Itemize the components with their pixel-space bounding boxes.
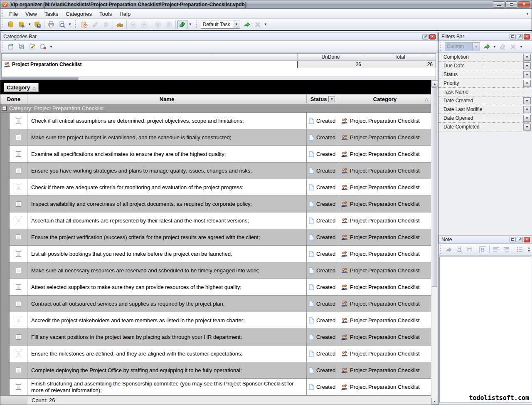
filter-row[interactable]: Date Opened ▼	[438, 114, 532, 123]
note-align-left-button[interactable]	[491, 245, 501, 254]
done-checkbox[interactable]	[16, 351, 21, 356]
status-cell[interactable]: Created	[307, 279, 339, 295]
note-pin-button[interactable]	[517, 237, 523, 242]
status-cell[interactable]: Created	[307, 312, 339, 328]
move-top-button[interactable]	[164, 20, 174, 29]
status-cell[interactable]: Created	[307, 329, 339, 345]
col-header-status[interactable]: Status ▼	[307, 94, 339, 104]
filter-dropdown-icon[interactable]: ▼	[523, 115, 531, 122]
category-cell[interactable]: Project Preparation Checklist	[339, 179, 431, 195]
done-cell[interactable]	[10, 179, 27, 195]
category-cell[interactable]: Project Preparation Checklist	[339, 279, 431, 295]
done-checkbox[interactable]	[16, 151, 21, 157]
done-cell[interactable]	[10, 163, 27, 179]
done-cell[interactable]	[10, 229, 27, 245]
filters-toolbar-grip[interactable]	[440, 42, 442, 51]
category-cell[interactable]: Project Preparation Checklist	[339, 379, 431, 395]
category-cell[interactable]: Project Preparation Checklist	[339, 329, 431, 345]
done-checkbox[interactable]	[16, 301, 21, 306]
status-filter-dropdown[interactable]: ▼	[328, 96, 335, 102]
done-checkbox[interactable]	[16, 284, 21, 290]
title-bar[interactable]: Vip organizer [M:\Vlad\Checklists\Projec…	[0, 0, 532, 9]
toolbar-grip-3[interactable]	[196, 20, 198, 28]
categories-toolbar-grip[interactable]	[2, 42, 4, 51]
name-cell[interactable]: Fill any vacant positions in the project…	[27, 329, 307, 345]
filter-row[interactable]: Date Created ▼	[438, 96, 532, 105]
new-subcategory-button[interactable]	[17, 42, 27, 51]
status-cell[interactable]: Created	[307, 163, 339, 179]
name-cell[interactable]: Finish structuring and assembling the Sp…	[27, 379, 307, 395]
done-checkbox[interactable]	[16, 168, 21, 173]
name-cell[interactable]: Contract out all outsourced services and…	[27, 296, 307, 312]
name-cell[interactable]: List all possible bookings that you need…	[27, 246, 307, 262]
filter-row[interactable]: Date Completed ▼	[438, 123, 532, 131]
filter-dropdown-icon[interactable]: ▼	[523, 97, 531, 104]
filter-preset-combo[interactable]: Custom ▼	[445, 42, 480, 51]
status-cell[interactable]: Created	[307, 296, 339, 312]
category-cell[interactable]: Project Preparation Checklist	[339, 163, 431, 179]
filter-row[interactable]: Date Last Modifie ▼	[438, 105, 532, 114]
name-cell[interactable]: Make sure the project budget is establis…	[27, 129, 307, 146]
category-cell[interactable]: Project Preparation Checklist	[339, 129, 431, 146]
done-cell[interactable]	[10, 279, 27, 295]
filter-dropdown-icon[interactable]: ▼	[523, 80, 531, 87]
apply-filter-dropdown-icon[interactable]: ▼	[492, 45, 497, 49]
filter-preset-dropdown-icon[interactable]: ▼	[473, 43, 480, 51]
done-checkbox[interactable]	[16, 235, 21, 240]
print-dropdown-icon[interactable]: ▼	[67, 22, 72, 26]
filter-row[interactable]: Due Date ▼	[438, 62, 532, 70]
done-checkbox[interactable]	[16, 384, 21, 390]
scroll-down-button[interactable]: ▼	[431, 398, 438, 405]
tree-col-total[interactable]: Total	[364, 54, 436, 60]
delete-task-button[interactable]	[101, 20, 111, 29]
filter-row[interactable]: Task Name ▼	[438, 88, 532, 96]
done-checkbox[interactable]	[16, 218, 21, 223]
filter-dropdown-icon[interactable]: ▼	[523, 62, 531, 69]
category-cell[interactable]: Project Preparation Checklist	[339, 146, 431, 162]
done-cell[interactable]	[10, 129, 27, 146]
category-cell[interactable]: Project Preparation Checklist	[339, 296, 431, 312]
name-cell[interactable]: Examine all specifications and estimates…	[27, 146, 307, 162]
new-database-button[interactable]	[6, 20, 16, 29]
category-cell[interactable]: Project Preparation Checklist	[339, 312, 431, 328]
done-cell[interactable]	[10, 346, 27, 362]
task-row[interactable]: List all possible bookings that you need…	[0, 246, 431, 262]
done-checkbox[interactable]	[16, 318, 21, 323]
name-cell[interactable]: Ensure the milestones are defined, and t…	[27, 346, 307, 362]
status-cell[interactable]: Created	[307, 179, 339, 195]
filter-dropdown-icon[interactable]: ▼	[523, 54, 531, 61]
category-cell[interactable]: Project Preparation Checklist	[339, 262, 431, 279]
task-row[interactable]: Finish structuring and assembling the Sp…	[0, 379, 431, 395]
status-cell[interactable]: Created	[307, 129, 339, 146]
done-cell[interactable]	[10, 329, 27, 345]
clear-task-type-button[interactable]	[253, 20, 263, 29]
task-row[interactable]: Make sure the project budget is establis…	[0, 129, 431, 146]
category-cell[interactable]: Project Preparation Checklist	[339, 229, 431, 245]
done-cell[interactable]	[10, 212, 27, 229]
task-row[interactable]: Accredit the project stakeholders and te…	[0, 312, 431, 329]
done-cell[interactable]	[10, 312, 27, 328]
status-cell[interactable]: Created	[307, 246, 339, 262]
task-row[interactable]: Ensure the milestones are defined, and t…	[0, 346, 431, 362]
find-button[interactable]	[115, 20, 125, 29]
filter-row[interactable]: Status ▼	[438, 70, 532, 79]
notes-dropdown-icon[interactable]: ▼	[188, 22, 193, 26]
status-cell[interactable]: Created	[307, 346, 339, 362]
group-by-band[interactable]: Category △	[0, 80, 431, 94]
status-cell[interactable]: Created	[307, 146, 339, 162]
status-cell[interactable]: Created	[307, 362, 339, 378]
task-row[interactable]: Inspect availability and correctness of …	[0, 196, 431, 212]
menu-view[interactable]: View	[22, 10, 41, 18]
done-cell[interactable]	[10, 262, 27, 279]
task-row[interactable]: Attest selected suppliers to make sure t…	[0, 279, 431, 296]
scroll-up-button[interactable]: ▲	[431, 80, 438, 87]
filters-toolbar-overflow-icon[interactable]: ▼	[519, 45, 524, 49]
grid-vertical-scrollbar[interactable]: ▲ ▼	[431, 80, 438, 405]
toolbar-grip-2[interactable]	[75, 20, 77, 28]
done-checkbox[interactable]	[16, 368, 21, 373]
categories-close-button[interactable]: ×	[429, 34, 436, 40]
done-checkbox[interactable]	[16, 185, 21, 190]
open-database-button[interactable]	[17, 20, 27, 29]
note-preview-button[interactable]	[454, 245, 464, 254]
task-type-combo[interactable]: Default Task ▼	[201, 20, 240, 29]
